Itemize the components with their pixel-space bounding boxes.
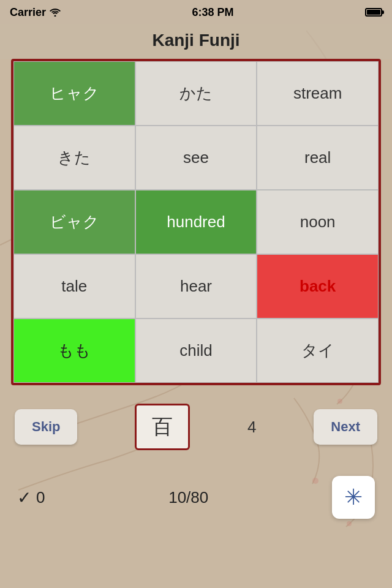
skip-button[interactable]: Skip [15,409,77,445]
grid-cell-7[interactable]: hundred [135,190,257,254]
grid-cell-9[interactable]: tale [13,254,135,318]
grid-cell-5[interactable]: real [257,126,379,190]
grid-cell-14[interactable]: タイ [257,318,379,383]
score-area: ✓ 0 [17,488,45,508]
grid-cell-13[interactable]: child [135,318,257,383]
grid: ヒャクかたstreamきたseerealビャクhundrednoontalehe… [13,61,379,383]
wifi-icon [50,8,61,17]
app-title: Kanji Funji [0,24,392,59]
svg-point-14 [55,15,56,17]
status-right [365,8,382,17]
status-bar: Carrier 6:38 PM [0,0,392,24]
kanji-display: 百 [135,404,190,450]
next-button[interactable]: Next [314,409,377,445]
checkmark-icon: ✓ [17,488,31,508]
grid-cell-3[interactable]: きた [13,126,135,190]
battery-icon [365,8,382,17]
footer-bar: ✓ 0 10/80 ✳ [0,466,392,529]
score-value: 0 [36,488,45,507]
star-button[interactable]: ✳ [332,476,375,519]
grid-cell-6[interactable]: ビャク [13,190,135,254]
count-display: 4 [247,418,256,437]
grid-cell-12[interactable]: もも [13,318,135,383]
grid-cell-10[interactable]: hear [135,254,257,318]
grid-container: ヒャクかたstreamきたseerealビャクhundrednoontalehe… [11,59,381,385]
star-icon: ✳ [344,484,363,510]
grid-cell-8[interactable]: noon [257,190,379,254]
grid-cell-4[interactable]: see [135,126,257,190]
progress-text: 10/80 [168,488,208,507]
carrier-label: Carrier [10,6,61,19]
grid-cell-1[interactable]: かた [135,61,257,126]
bottom-bar: Skip 百 4 Next [0,393,392,461]
grid-cell-0[interactable]: ヒャク [13,61,135,126]
grid-cell-11[interactable]: back [257,254,379,318]
status-time: 6:38 PM [192,6,234,19]
grid-cell-2[interactable]: stream [257,61,379,126]
